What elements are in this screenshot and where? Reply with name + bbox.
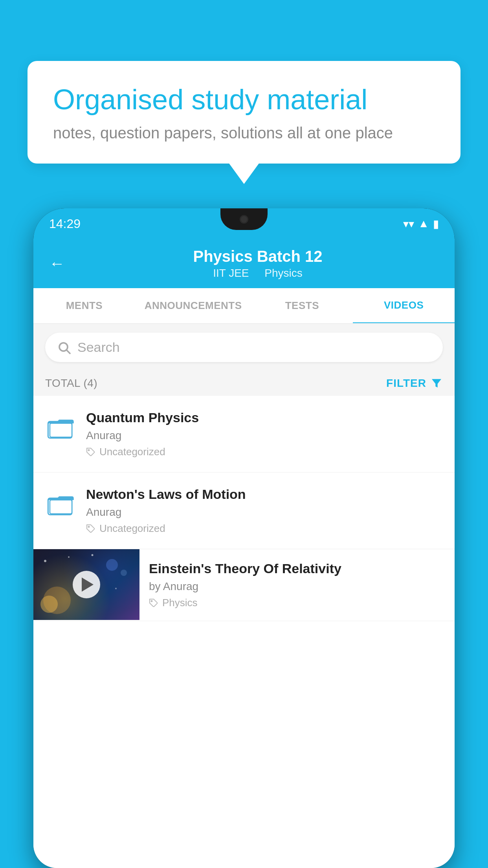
tab-ments[interactable]: MENTS <box>33 289 135 323</box>
phone-notch <box>220 208 268 230</box>
item-tag: Uncategorized <box>86 446 443 458</box>
play-triangle-icon <box>82 577 94 592</box>
media-thumbnail <box>33 549 139 620</box>
app-header: ← Physics Batch 12 IIT JEE Physics <box>33 239 455 288</box>
svg-point-12 <box>44 560 46 562</box>
list-item[interactable]: Quantum Physics Anurag Uncategorized <box>33 396 455 473</box>
item-info: Quantum Physics Anurag Uncategorized <box>86 410 443 458</box>
item-title: Newton's Laws of Motion <box>86 487 443 502</box>
play-button[interactable] <box>73 571 100 598</box>
speech-bubble-title: Organised study material <box>53 83 435 116</box>
tag-label: Uncategorized <box>99 522 165 535</box>
batch-title: Physics Batch 12 <box>77 248 439 265</box>
tabs-bar: MENTS ANNOUNCEMENTS TESTS VIDEOS <box>33 288 455 324</box>
tag-icon <box>149 598 158 608</box>
search-bar[interactable]: Search <box>45 333 443 362</box>
status-icons: ▾▾ ▲ ▮ <box>403 217 439 230</box>
app-content: ← Physics Batch 12 IIT JEE Physics MENTS… <box>33 239 455 868</box>
subtitle-iitjee: IIT JEE <box>213 267 249 279</box>
item-author: Anurag <box>86 506 443 519</box>
signal-icon: ▲ <box>418 217 429 230</box>
speech-bubble: Organised study material notes, question… <box>28 61 460 164</box>
item-title: Quantum Physics <box>86 410 443 425</box>
tab-videos[interactable]: VIDEOS <box>353 288 455 324</box>
status-bar: 14:29 ▾▾ ▲ ▮ <box>33 208 455 239</box>
svg-point-13 <box>68 556 70 558</box>
filter-label: FILTER <box>386 377 426 390</box>
wifi-icon: ▾▾ <box>403 217 414 230</box>
search-placeholder: Search <box>77 340 120 355</box>
back-button[interactable]: ← <box>49 255 65 272</box>
phone-frame: 14:29 ▾▾ ▲ ▮ ← Physics Batch 12 IIT JEE … <box>33 208 455 868</box>
svg-point-16 <box>151 600 152 601</box>
tag-label: Uncategorized <box>99 446 165 458</box>
filter-bar: TOTAL (4) FILTER <box>33 371 455 396</box>
media-title: Einstein's Theory Of Relativity <box>149 561 445 576</box>
folder-icon <box>47 491 75 518</box>
item-info: Newton's Laws of Motion Anurag Uncategor… <box>86 487 443 535</box>
batch-subtitle: IIT JEE Physics <box>77 267 439 280</box>
item-icon-area <box>45 410 77 445</box>
battery-icon: ▮ <box>433 217 439 230</box>
media-author: by Anurag <box>149 580 445 593</box>
search-icon <box>57 340 71 355</box>
subtitle-physics: Physics <box>264 267 302 279</box>
header-title-area: Physics Batch 12 IIT JEE Physics <box>77 248 439 280</box>
item-icon-area <box>45 487 77 522</box>
tag-icon <box>86 524 95 533</box>
tag-label: Physics <box>162 597 198 609</box>
svg-point-9 <box>43 587 71 614</box>
media-tag: Physics <box>149 597 445 609</box>
svg-point-4 <box>88 449 90 451</box>
filter-button[interactable]: FILTER <box>386 377 443 390</box>
list-item[interactable]: Newton's Laws of Motion Anurag Uncategor… <box>33 473 455 549</box>
media-info: Einstein's Theory Of Relativity by Anura… <box>139 549 455 621</box>
item-author: Anurag <box>86 429 443 442</box>
svg-point-15 <box>115 588 117 589</box>
svg-rect-6 <box>50 500 72 514</box>
total-count: TOTAL (4) <box>45 377 97 390</box>
svg-point-10 <box>106 559 118 571</box>
svg-line-1 <box>67 350 70 353</box>
tab-tests[interactable]: TESTS <box>251 289 353 323</box>
tab-announcements[interactable]: ANNOUNCEMENTS <box>135 289 251 323</box>
item-tag: Uncategorized <box>86 522 443 535</box>
content-list: Quantum Physics Anurag Uncategorized <box>33 396 455 868</box>
search-container: Search <box>33 324 455 371</box>
svg-rect-3 <box>50 423 72 437</box>
svg-point-7 <box>88 526 90 527</box>
speech-bubble-subtitle: notes, question papers, solutions all at… <box>53 124 435 142</box>
tag-icon <box>86 447 95 457</box>
svg-point-14 <box>92 554 94 556</box>
status-time: 14:29 <box>49 217 81 231</box>
filter-icon <box>430 377 443 390</box>
svg-point-11 <box>121 570 127 576</box>
folder-icon <box>47 414 75 441</box>
camera-cutout <box>240 215 248 224</box>
list-item-media[interactable]: Einstein's Theory Of Relativity by Anura… <box>33 549 455 621</box>
